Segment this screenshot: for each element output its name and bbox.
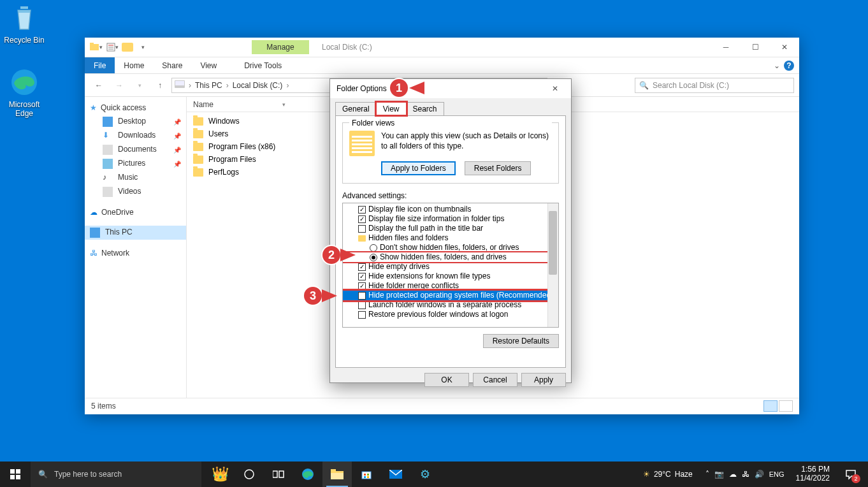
crumb-sep-1[interactable]: › <box>226 81 229 90</box>
radio-icon[interactable] <box>370 254 377 261</box>
crumb-sep-2[interactable]: › <box>286 81 289 90</box>
restore-defaults-button[interactable]: Restore Defaults <box>483 334 559 348</box>
ribbon-tab-file[interactable]: File <box>85 57 115 73</box>
pin-icon: 📌 <box>173 119 181 126</box>
adv-show-hidden[interactable]: Show hidden files, folders, and drives <box>343 252 558 262</box>
crumb-local-disk[interactable]: Local Disk (C:) <box>233 81 283 90</box>
checkbox-icon[interactable] <box>358 311 366 319</box>
qat-folder-icon[interactable] <box>122 43 133 52</box>
nav-item-videos[interactable]: Videos <box>85 185 186 199</box>
taskbar-explorer[interactable] <box>322 462 352 487</box>
ok-button[interactable]: OK <box>424 373 469 387</box>
ribbon-contextual-manage[interactable]: Manage <box>252 40 309 54</box>
adv-dont-show-hidden[interactable]: Don't show hidden files, folders, or dri… <box>343 243 558 252</box>
dialog-titlebar[interactable]: Folder Options ✕ <box>330 79 571 98</box>
adv-hide-empty[interactable]: Hide empty drives <box>343 262 558 272</box>
col-dropdown-icon[interactable]: ▾ <box>282 101 286 108</box>
ribbon-expand-icon[interactable]: ⌄ <box>774 61 780 70</box>
system-tray[interactable]: ˄ 📷 ☁ 🖧 🔊 ENG <box>700 470 790 479</box>
search-box[interactable]: 🔍 Search Local Disk (C:) <box>635 78 794 93</box>
view-details-button[interactable] <box>763 400 778 412</box>
ribbon-tab-view[interactable]: View <box>191 57 226 73</box>
recent-locations[interactable]: ▾ <box>131 78 148 93</box>
tray-overflow-icon[interactable]: ˄ <box>705 470 709 479</box>
language-indicator[interactable]: ENG <box>769 470 785 478</box>
volume-icon[interactable]: 🔊 <box>755 470 764 479</box>
ribbon-tab-home[interactable]: Home <box>115 57 153 73</box>
checkbox-icon[interactable] <box>358 302 366 309</box>
dialog-close-button[interactable]: ✕ <box>546 79 565 98</box>
reset-folders-button[interactable]: Reset Folders <box>465 161 532 175</box>
adv-hide-merge[interactable]: Hide folder merge conflicts <box>343 281 558 291</box>
back-button[interactable]: ← <box>90 78 108 93</box>
maximize-button[interactable]: ☐ <box>741 38 770 57</box>
taskbar-edge[interactable] <box>293 462 322 487</box>
taskbar-settings-icon[interactable]: ⚙ <box>410 462 440 487</box>
adv-restore-previous[interactable]: Restore previous folder windows at logon <box>343 310 558 319</box>
qat-customize[interactable]: ▾ <box>136 40 150 54</box>
forward-button[interactable]: → <box>110 78 128 93</box>
ribbon-tab-drivetools[interactable]: Drive Tools <box>235 57 291 73</box>
close-button[interactable]: ✕ <box>770 38 799 57</box>
titlebar[interactable]: ▾ ▾ ▾ Manage Local Disk (C:) ─ ☐ ✕ <box>85 38 799 57</box>
tab-search[interactable]: Search <box>406 102 444 115</box>
network-tray-icon[interactable]: 🖧 <box>742 470 749 479</box>
start-button[interactable] <box>0 462 31 487</box>
cancel-button[interactable]: Cancel <box>473 373 517 387</box>
nav-this-pc[interactable]: This PC <box>85 226 186 240</box>
nav-item-documents[interactable]: Documents📌 <box>85 143 186 157</box>
checkbox-icon[interactable] <box>358 225 366 233</box>
scrollbar-thumb[interactable] <box>549 211 557 275</box>
scrollbar[interactable] <box>547 203 558 327</box>
taskbar-search[interactable]: 🔍 Type here to search <box>31 462 201 487</box>
qat-properties-icon[interactable]: ▾ <box>105 40 119 54</box>
nav-onedrive[interactable]: ☁OneDrive <box>85 205 186 219</box>
minimize-button[interactable]: ─ <box>711 38 741 57</box>
adv-display-file-icon[interactable]: Display file icon on thumbnails <box>343 205 558 214</box>
nav-network[interactable]: 🖧Network <box>85 246 186 260</box>
onedrive-tray-icon[interactable]: ☁ <box>729 470 737 479</box>
nav-quick-access[interactable]: ★ Quick access <box>85 101 186 115</box>
col-name[interactable]: Name <box>193 100 282 109</box>
crumb-this-pc[interactable]: This PC <box>195 81 222 90</box>
taskbar-store[interactable] <box>352 462 381 487</box>
checkbox-icon[interactable] <box>358 292 366 300</box>
checkbox-icon[interactable] <box>358 215 366 223</box>
crumb-sep-0[interactable]: › <box>189 81 191 90</box>
taskbar-mail[interactable] <box>381 462 410 487</box>
desktop-recycle-bin[interactable]: Recycle Bin <box>0 3 48 45</box>
taskbar-pharaoh-icon[interactable]: 👑 <box>205 462 235 487</box>
action-center-button[interactable]: 2 <box>836 462 865 487</box>
up-button[interactable]: ↑ <box>151 78 169 93</box>
radio-icon[interactable] <box>370 244 377 252</box>
adv-launch-separate[interactable]: Launch folder windows in a separate proc… <box>343 300 558 310</box>
taskbar-weather[interactable]: ☀ 29°C Haze <box>637 470 699 479</box>
adv-display-file-size[interactable]: Display file size information in folder … <box>343 214 558 224</box>
tab-view[interactable]: View <box>376 102 407 115</box>
tab-general[interactable]: General <box>335 102 377 115</box>
ribbon-tab-share[interactable]: Share <box>153 57 191 73</box>
nav-item-downloads[interactable]: ⬇Downloads📌 <box>85 129 186 143</box>
adv-hide-protected[interactable]: Hide protected operating system files (R… <box>343 291 558 300</box>
meet-now-icon[interactable]: 📷 <box>714 470 724 479</box>
taskbar-clock[interactable]: 1:56 PM 11/4/2022 <box>791 465 835 483</box>
checkbox-icon[interactable] <box>358 263 366 271</box>
qat-explorer-icon[interactable]: ▾ <box>89 40 103 54</box>
checkbox-icon[interactable] <box>358 206 366 214</box>
apply-to-folders-button[interactable]: Apply to Folders <box>381 161 456 175</box>
nav-item-pictures[interactable]: Pictures📌 <box>85 157 186 171</box>
nav-item-music[interactable]: ♪Music <box>85 171 186 185</box>
adv-hide-extensions[interactable]: Hide extensions for known file types <box>343 272 558 281</box>
task-view-button[interactable] <box>264 462 293 487</box>
checkbox-icon[interactable] <box>358 273 366 280</box>
desktop-edge[interactable]: Microsoft Edge <box>0 67 48 118</box>
help-icon[interactable]: ? <box>784 61 794 71</box>
advanced-settings-list[interactable]: Display file icon on thumbnails Display … <box>342 203 559 328</box>
taskbar-cortana-icon[interactable] <box>235 462 264 487</box>
nav-item-desktop[interactable]: Desktop📌 <box>85 115 186 129</box>
onedrive-icon: ☁ <box>90 208 98 217</box>
checkbox-icon[interactable] <box>358 282 366 290</box>
adv-display-full-path[interactable]: Display the full path in the title bar <box>343 224 558 233</box>
apply-button[interactable]: Apply <box>521 373 566 387</box>
view-large-icons-button[interactable] <box>779 400 793 412</box>
